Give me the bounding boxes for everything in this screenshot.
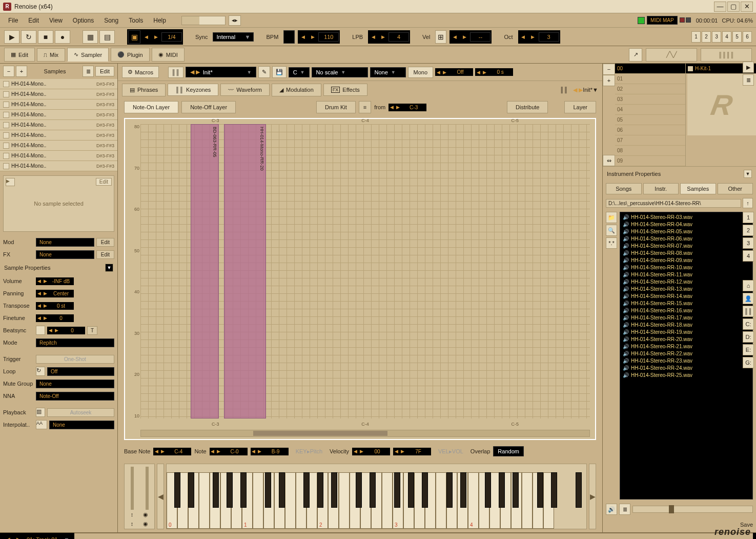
black-key[interactable] [279,472,285,508]
sustain-icon[interactable]: ↕ [131,521,134,527]
side-drive-c[interactable]: C: [743,318,754,330]
file-item[interactable]: 🔊HH-014-Stereo-RR-15.wav [621,300,751,307]
velvol-button[interactable]: VEL▸VOL [434,446,467,457]
file-item[interactable]: 🔊HH-014-Stereo-RR-12.wav [621,278,751,285]
bpm-inc[interactable]: ▶ [309,31,317,43]
lpb-dec[interactable]: ◀ [369,31,377,43]
loop-button[interactable]: ▦ [83,30,98,44]
mutegroup-dropdown[interactable]: None [36,380,114,388]
oct-inc[interactable]: ▶ [529,31,537,43]
panning-field[interactable]: ◀▶Center [36,290,74,297]
inst-slot-num[interactable]: 08 [615,146,685,156]
black-key[interactable] [213,472,219,508]
sample-item[interactable]: HH-014-Mono..D#3-F#3 [0,151,117,161]
vel-inc[interactable]: ▶ [460,31,468,43]
vel-lo-field[interactable]: ◀▶00 [352,448,390,455]
phrase-list-icon[interactable]: ║║ [557,85,571,95]
scale-type-dropdown[interactable]: No scale▼ [312,67,368,77]
beatsync-field[interactable]: ◀▶0 [47,327,85,334]
piano-sliders[interactable]: ↕◉ ↕◉ [124,464,155,529]
black-key[interactable] [446,472,453,508]
note-hi-field[interactable]: ◀▶B-9 [251,448,289,455]
file-item[interactable]: 🔊HH-014-Stereo-RR-17.wav [621,314,751,321]
preset-edit-icon[interactable]: ✎ [258,66,270,78]
from-note-field[interactable]: ◀▶C-3 [389,104,426,111]
side-num-4[interactable]: 4 [743,250,754,262]
tab-edit[interactable]: ▦Edit [4,48,35,62]
file-item[interactable]: 🔊HH-014-Stereo-RR-23.wav [621,357,751,364]
black-key[interactable] [303,472,310,508]
sample-item[interactable]: HH-014-Mono..D#3-F#3 [0,79,117,89]
inst-slot-num[interactable]: 04 [615,105,685,115]
drumkit-button[interactable]: Drum Kit [316,101,356,113]
side-user-icon[interactable]: 👤 [743,293,754,304]
macros-button[interactable]: ⚙Macros [122,66,159,78]
inst-slot-num[interactable]: 00 [615,64,685,74]
black-key[interactable] [370,472,376,508]
mod-wheel-icon[interactable]: ◉ [143,511,148,518]
pattern-position[interactable]: 1/4 [161,32,182,42]
glide-field[interactable]: ◀▶0 s [475,68,513,76]
overlap-dropdown[interactable]: Random [493,446,524,456]
black-key[interactable] [188,472,194,508]
black-key[interactable] [499,472,505,508]
sample-checkbox[interactable] [3,153,9,159]
file-item[interactable]: 🔊HH-014-Stereo-RR-25.wav [621,371,751,378]
layer-button[interactable]: Layer [564,101,596,113]
black-key[interactable] [485,472,491,508]
menu-tools[interactable]: Tools [124,15,148,26]
chord-dropdown[interactable]: None▼ [370,67,406,77]
sample-checkbox[interactable] [3,91,9,97]
black-key[interactable] [240,472,247,508]
inst-slot-num[interactable]: 07 [615,135,685,146]
inst-slot-num[interactable]: 06 [615,125,685,135]
sample-checkbox[interactable] [3,102,9,108]
track-dropdown[interactable]: ▼ [61,536,73,540]
side-library-icon[interactable]: ║║ [743,306,754,317]
samples-list-icon[interactable]: ≣ [83,66,94,77]
props-dropdown-icon[interactable]: ▼ [105,264,113,272]
favorites-icon[interactable]: *.* [606,237,617,249]
phrase-preset-dropdown[interactable]: ◀ ▶Init*▼ [573,87,598,93]
inst-slot-num[interactable]: 02 [615,84,685,94]
subtab-phrases[interactable]: ▤Phrases [122,84,166,96]
preset-1[interactable]: 1 [691,31,701,43]
prehear-list-icon[interactable]: ≣ [619,504,630,515]
menu-edit[interactable]: Edit [23,15,44,26]
side-num-1[interactable]: 1 [743,212,754,223]
midi-map-button[interactable]: MIDI MAP [647,16,678,25]
black-key[interactable] [537,472,543,508]
tab-sampler[interactable]: ∿Sampler [67,48,109,62]
black-key[interactable] [394,472,400,508]
file-item[interactable]: 🔊HH-014-Stereo-RR-05.wav [621,228,751,235]
preset-2[interactable]: 2 [702,31,711,43]
vel-dec[interactable]: ◀ [451,31,459,43]
file-list[interactable]: 🔊HH-014-Stereo-RR-03.wav🔊HH-014-Stereo-R… [620,212,753,500]
add-sample-button[interactable]: + [16,66,27,77]
minimize-button[interactable]: — [714,2,726,12]
sample-checkbox[interactable] [3,112,9,118]
side-drive-g[interactable]: G: [743,357,754,368]
menu-song[interactable]: Song [99,15,124,26]
black-key[interactable] [551,472,557,508]
close-button[interactable]: ✕ [741,2,753,12]
record-button[interactable]: ● [55,30,70,44]
sample-item[interactable]: HH-014-Mono..D#3-F#3 [0,161,117,171]
pattern-next[interactable]: ▶ [152,31,160,43]
file-item[interactable]: 🔊HH-014-Stereo-RR-14.wav [621,292,751,300]
file-item[interactable]: 🔊HH-014-Stereo-RR-06.wav [621,235,751,242]
file-item[interactable]: 🔊HH-014-Stereo-RR-21.wav [621,343,751,350]
file-item[interactable]: 🔊HH-014-Stereo-RR-10.wav [621,264,751,271]
black-key[interactable] [227,472,233,508]
file-item[interactable]: 🔊HH-014-Stereo-RR-13.wav [621,285,751,292]
sample-item[interactable]: HH-014-Mono..D#3-F#3 [0,130,117,141]
note-lo-field[interactable]: ◀▶C-0 [210,448,248,455]
master-volume-slider[interactable] [181,16,226,25]
side-num-3[interactable]: 3 [743,237,754,249]
track-next[interactable]: ▶ [13,536,24,539]
side-home-icon[interactable]: ⌂ [743,280,754,291]
tab-midi[interactable]: ◉MIDI [152,48,185,62]
beatsync-toggle[interactable] [36,326,45,335]
playback-icon[interactable]: ▥ [36,408,45,417]
tab-mix[interactable]: ⎍Mix [37,48,65,62]
